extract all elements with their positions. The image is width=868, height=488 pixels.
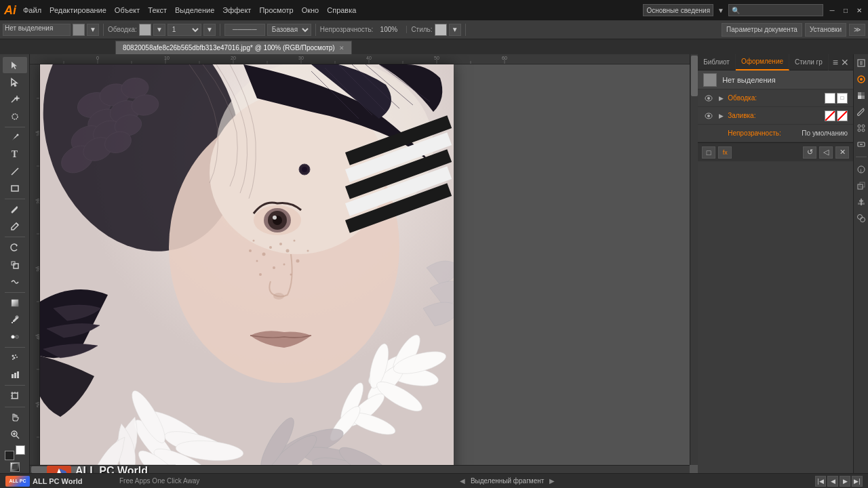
panel-menu-button[interactable]: ≡ ✕ <box>829 54 853 70</box>
stroke-color-swatch[interactable] <box>139 24 151 36</box>
menu-file[interactable]: Файл <box>23 6 41 14</box>
brush-tool[interactable] <box>3 201 27 218</box>
menu-effect[interactable]: Эффект <box>222 6 251 14</box>
right-icon-symbols[interactable] <box>855 122 867 134</box>
fill-color-swatch[interactable] <box>73 24 85 36</box>
tab-libraries[interactable]: Библиот <box>698 54 736 70</box>
right-icon-info[interactable]: i <box>855 163 867 176</box>
tab-close-icon[interactable]: ✕ <box>339 45 344 52</box>
menu-view[interactable]: Просмотр <box>259 6 293 14</box>
gradient-tool[interactable] <box>3 295 27 311</box>
hand-tool[interactable] <box>3 409 27 425</box>
close-button[interactable]: ✕ <box>854 5 864 15</box>
status-next-arrow[interactable]: ▶ <box>549 477 555 485</box>
fill-visibility-toggle[interactable] <box>703 110 714 121</box>
selection-dropdown[interactable]: Нет выделения <box>3 24 71 36</box>
stroke-style-display[interactable]: ───── <box>224 24 265 36</box>
nav-first-page[interactable]: |◀ <box>815 476 826 487</box>
stroke-swatch-extra[interactable]: □ <box>837 93 848 104</box>
opacity-value[interactable]: 100% <box>375 26 402 33</box>
column-graph-tool[interactable] <box>3 367 27 383</box>
stroke-color-swatch[interactable] <box>825 93 835 104</box>
menu-text[interactable]: Текст <box>148 6 167 14</box>
menu-select[interactable]: Выделение <box>175 6 214 14</box>
stroke-expand-arrow[interactable]: ▶ <box>717 94 725 102</box>
tab-graphic-styles[interactable]: Стили гр <box>789 54 829 70</box>
stroke-swatch[interactable] <box>16 445 25 455</box>
menu-edit[interactable]: Редактирование <box>50 6 106 14</box>
right-icon-transform[interactable] <box>855 180 867 192</box>
fill-expand-arrow[interactable]: ▶ <box>717 112 725 120</box>
nav-prev-page[interactable]: ◀ <box>827 476 838 487</box>
pen-tool[interactable] <box>3 129 27 146</box>
stroke-link[interactable]: Обводка: <box>728 94 757 102</box>
panel-close-icon[interactable]: ✕ <box>841 57 849 68</box>
status-prev-arrow[interactable]: ◀ <box>460 477 465 485</box>
panel-footer-duplicate[interactable]: ◁ <box>819 146 833 159</box>
right-icon-align[interactable] <box>855 196 867 208</box>
document-tab[interactable]: 80820058afe8c26b565dbfb313e47016.jpg* @ … <box>115 41 352 54</box>
vertical-scrollbar[interactable] <box>690 54 698 465</box>
nav-last-page[interactable]: ▶| <box>852 476 863 487</box>
nav-next-page[interactable]: ▶ <box>840 476 850 487</box>
document-params-button[interactable]: Параметры документа <box>722 23 802 37</box>
type-tool[interactable]: T <box>3 146 27 163</box>
line-tool[interactable] <box>3 163 27 180</box>
eyedropper-tool[interactable] <box>3 312 27 328</box>
search-input[interactable] <box>728 4 823 16</box>
right-icon-swatches[interactable] <box>855 89 867 102</box>
rotate-tool[interactable] <box>3 239 27 256</box>
lasso-tool[interactable] <box>3 108 27 124</box>
right-icon-appearance[interactable] <box>855 73 867 85</box>
blend-tool[interactable] <box>3 329 27 345</box>
panel-footer-delete[interactable]: ✕ <box>835 146 849 159</box>
svg-text:30: 30 <box>298 56 304 60</box>
magic-wand-tool[interactable] <box>3 91 27 107</box>
select-tool[interactable] <box>3 57 27 73</box>
menu-help[interactable]: Справка <box>327 6 356 14</box>
scale-tool[interactable] <box>3 256 27 272</box>
menu-object[interactable]: Объект <box>115 6 140 14</box>
stroke-dropdown[interactable]: ▼ <box>153 24 165 36</box>
fill-swatch-extra[interactable] <box>837 110 848 121</box>
panel-footer-fx[interactable]: fx <box>718 146 732 159</box>
workspace-arrow[interactable]: ▼ <box>717 7 724 14</box>
warp-tool[interactable] <box>3 274 27 290</box>
rect-tool[interactable] <box>3 180 27 197</box>
right-icon-libraries[interactable] <box>855 57 867 69</box>
panel-footer-new-layer[interactable]: □ <box>702 146 715 159</box>
color-mode-icon[interactable]: ⬛ <box>10 462 20 472</box>
menu-window[interactable]: Окно <box>302 6 319 14</box>
settings-button[interactable]: Установки <box>805 23 846 37</box>
pencil-tool[interactable] <box>3 218 27 235</box>
zoom-tool[interactable] <box>3 426 27 443</box>
direct-select-tool[interactable] <box>3 74 27 90</box>
panel-color-preview[interactable] <box>703 73 717 87</box>
fill-color-swatch[interactable] <box>825 110 835 121</box>
right-icon-brushes[interactable] <box>855 106 867 118</box>
minimize-button[interactable]: ─ <box>827 5 837 15</box>
stroke-weight-arrow[interactable]: ▼ <box>203 24 216 36</box>
right-icon-pathfinder[interactable] <box>855 212 867 224</box>
workspace-dropdown[interactable]: Основные сведения <box>643 4 713 16</box>
right-icon-graphic-styles[interactable] <box>855 138 867 150</box>
maximize-button[interactable]: □ <box>841 5 850 15</box>
panel-footer-history[interactable]: ↺ <box>803 146 816 159</box>
style-arrow[interactable]: ▼ <box>449 24 461 36</box>
svg-point-99 <box>269 246 272 249</box>
opacity-group: Непрозрачность: 100% <box>320 26 408 33</box>
toolbar-options-button[interactable]: ≫ <box>849 24 865 36</box>
tab-appearance[interactable]: Оформление <box>736 54 789 70</box>
symbol-sprayer-tool[interactable] <box>3 350 27 366</box>
fill-swatch[interactable] <box>5 451 14 460</box>
vertical-scrollbar-thumb[interactable] <box>691 56 698 96</box>
artboard-tool[interactable] <box>3 388 27 404</box>
opacity-link[interactable]: Непрозрачность: <box>728 129 781 137</box>
fill-arrow[interactable]: ▼ <box>87 24 99 36</box>
style-swatch[interactable] <box>435 24 447 36</box>
stroke-weight-select[interactable]: 123 <box>167 24 201 36</box>
stroke-visibility-toggle[interactable] <box>703 93 714 104</box>
fill-link[interactable]: Заливка: <box>728 112 755 119</box>
color-swatches[interactable] <box>5 444 25 460</box>
stroke-profile-select[interactable]: Базовая <box>267 24 311 36</box>
